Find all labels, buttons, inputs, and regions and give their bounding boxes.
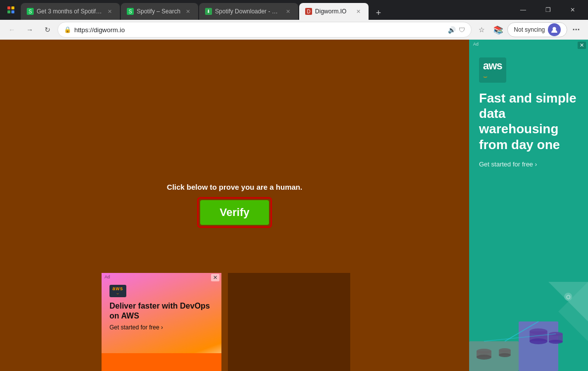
verify-button[interactable]: Verify bbox=[200, 200, 269, 225]
collections-icon[interactable]: 📚 bbox=[490, 22, 506, 38]
main-area: Click below to prove you are a human. Ve… bbox=[0, 40, 469, 371]
maximize-button[interactable]: ❐ bbox=[536, 1, 559, 18]
svg-rect-2 bbox=[7, 10, 10, 13]
tab-close-1[interactable]: ✕ bbox=[105, 7, 114, 16]
aws-cta[interactable]: Get started for free › bbox=[479, 160, 578, 168]
tab-favicon-1: S bbox=[27, 8, 34, 15]
window-controls: — ❐ ✕ bbox=[512, 1, 584, 18]
tab-favicon-4: D bbox=[305, 8, 312, 15]
browser-chrome: S Get 3 months of Spotify Premiu... ✕ S … bbox=[0, 0, 588, 40]
sync-label: Not syncing bbox=[514, 26, 545, 33]
tab-favicon-3: ⬇ bbox=[205, 8, 212, 15]
ad-bottom-close[interactable]: ✕ bbox=[211, 274, 219, 281]
tab-close-3[interactable]: ✕ bbox=[283, 7, 292, 16]
tab-downloader[interactable]: ⬇ Spotify Downloader - Downloac... ✕ bbox=[199, 3, 298, 20]
verify-prompt: Click below to prove you are a human. bbox=[167, 183, 302, 191]
ad-bottom-cta[interactable]: Get started for free › bbox=[109, 324, 214, 331]
back-button[interactable]: ← bbox=[4, 22, 20, 38]
tab-favicon-2: S bbox=[127, 8, 134, 15]
ad-right-label: Ad bbox=[473, 42, 479, 47]
tab-label-4: Digworm.IO bbox=[315, 8, 351, 15]
address-text: https://digworm.io bbox=[74, 26, 443, 34]
svg-text:⬡: ⬡ bbox=[566, 294, 571, 300]
tab-bar: S Get 3 months of Spotify Premiu... ✕ S … bbox=[21, 0, 508, 20]
right-sidebar-ad[interactable]: Ad ✕ aws ⌣ Fast and simple data warehous… bbox=[469, 40, 588, 371]
more-options-button[interactable]: ··· bbox=[568, 22, 584, 38]
lock-icon: 🔒 bbox=[64, 26, 71, 33]
svg-point-17 bbox=[477, 355, 491, 360]
ad-bottom-bar bbox=[102, 353, 221, 371]
address-bar[interactable]: 🔒 https://digworm.io 🔊 🛡 bbox=[57, 22, 472, 38]
aws-logo-bottom: aws ⌣ bbox=[109, 285, 126, 297]
aws-smile-bottom: ⌣ bbox=[112, 291, 123, 296]
tab-digworm[interactable]: D Digworm.IO ✕ bbox=[299, 3, 369, 20]
close-button[interactable]: ✕ bbox=[561, 1, 584, 18]
bottom-left-blank bbox=[0, 273, 102, 371]
tab-label-3: Spotify Downloader - Downloac... bbox=[215, 8, 280, 15]
reload-button[interactable]: ↻ bbox=[40, 22, 55, 38]
favorites-icon[interactable]: ☆ bbox=[474, 22, 489, 38]
verify-button-wrapper: Verify bbox=[197, 197, 272, 228]
tab-spotify-search[interactable]: S Spotify – Search ✕ bbox=[121, 3, 198, 20]
svg-point-20 bbox=[499, 353, 511, 357]
read-aloud-icon[interactable]: 🔊 bbox=[448, 26, 456, 34]
tracking-icon[interactable]: 🛡 bbox=[459, 26, 465, 34]
minimize-button[interactable]: — bbox=[512, 1, 535, 18]
aws-geometric-decoration: ⬡ bbox=[469, 282, 588, 371]
svg-rect-1 bbox=[11, 6, 14, 9]
title-bar: S Get 3 months of Spotify Premiu... ✕ S … bbox=[0, 0, 588, 20]
aws-logo-text: aws bbox=[483, 59, 502, 72]
nav-right-buttons: ☆ 📚 Not syncing ··· bbox=[474, 22, 584, 38]
aws-smile: ⌣ bbox=[483, 72, 502, 81]
profile-icon bbox=[548, 23, 561, 36]
tab-label-2: Spotify – Search bbox=[137, 8, 180, 15]
svg-rect-0 bbox=[7, 6, 10, 9]
tab-close-2[interactable]: ✕ bbox=[183, 7, 192, 16]
verify-section: Click below to prove you are a human. Ve… bbox=[167, 183, 302, 228]
forward-button[interactable]: → bbox=[22, 22, 38, 38]
ad-bottom-headline: Deliver faster with DevOps on AWS bbox=[109, 301, 214, 321]
dark-bottom-area bbox=[228, 273, 350, 371]
aws-logo-area: aws ⌣ bbox=[479, 57, 578, 83]
grid-icon[interactable] bbox=[4, 3, 18, 17]
tab-close-4[interactable]: ✕ bbox=[354, 7, 363, 16]
nav-bar: ← → ↻ 🔒 https://digworm.io 🔊 🛡 ☆ 📚 Not s… bbox=[0, 20, 588, 40]
tab-label-1: Get 3 months of Spotify Premiu... bbox=[37, 8, 102, 15]
ad-bottom[interactable]: Ad ✕ aws ⌣ Deliver faster with DevOps on… bbox=[102, 273, 221, 371]
sync-button[interactable]: Not syncing bbox=[507, 22, 567, 37]
ad-bottom-logo-area: aws ⌣ bbox=[109, 285, 214, 297]
aws-text-bottom: aws bbox=[112, 286, 123, 291]
new-tab-button[interactable]: + bbox=[372, 6, 385, 20]
svg-point-13 bbox=[549, 340, 563, 344]
ad-bottom-label: Ad bbox=[105, 274, 110, 279]
ad-right-close[interactable]: ✕ bbox=[578, 42, 586, 49]
tab-spotify-premium[interactable]: S Get 3 months of Spotify Premiu... ✕ bbox=[21, 3, 120, 20]
page-content: Click below to prove you are a human. Ve… bbox=[0, 40, 588, 371]
svg-rect-3 bbox=[11, 10, 14, 13]
svg-point-10 bbox=[530, 338, 547, 344]
aws-headline: Fast and simple data warehousing from da… bbox=[479, 91, 578, 153]
